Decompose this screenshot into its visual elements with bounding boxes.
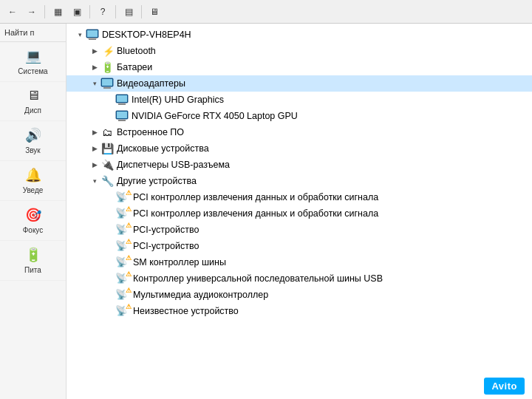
usb-label: Диспетчеры USB-разъема [117,160,230,170]
sidebar-items: 💻 Система 🖥 Дисп 🔊 Звук 🔔 Уведе 🎯 Фокус … [0,42,66,399]
firmware-label: Встроенное ПО [117,127,184,137]
pci1-label: PCI контроллер извлечения данных и обраб… [133,192,378,202]
toolbar-icon-3[interactable]: ▤ [120,4,137,20]
nvidia-gpu-icon [115,109,129,123]
tree-usb-controller[interactable]: 📡⚠ Контроллер универсальной последовател… [66,270,532,287]
bluetooth-icon: ⚡ [100,44,114,58]
expand-usb[interactable]: ▶ [89,159,100,171]
intel-gpu-icon [115,93,129,106]
tree-other-devices[interactable]: ▾ 🔧 Другие устройства [66,173,532,189]
svg-text:⚡: ⚡ [103,45,113,57]
toolbar-monitor-button[interactable]: 🖥 [146,4,163,20]
sidebar-item-label-disp: Дисп [24,106,41,115]
toolbar-sep-2 [89,5,90,18]
toolbar: ← → ▦ ▣ ? ▤ 🖥 [0,0,532,24]
svg-rect-3 [87,30,98,37]
svg-rect-9 [118,103,126,105]
firmware-icon: 🗂 [100,126,114,139]
intel-gpu-label: Intel(R) UHD Graphics [132,95,224,105]
tree-sm-controller[interactable]: 📡⚠ SM контроллер шины [66,254,532,270]
computer-icon [86,28,99,41]
tree-audio[interactable]: 📡⚠ Мультимедиа аудиоконтроллер [66,287,532,303]
pita-icon: 🔋 [25,247,41,263]
disp-icon: 🖥 [27,88,40,103]
toolbar-icon-2[interactable]: ▣ [69,4,85,20]
warn-icon-sm: 📡⚠ [115,256,130,269]
bluetooth-label: Bluetooth [117,46,156,56]
toolbar-sep-1 [44,5,45,18]
expand-root[interactable]: ▾ [74,29,86,41]
sidebar-item-label-fokus: Фокус [23,226,44,234]
tree-pci-dev2[interactable]: 📡⚠ PCI-устройство [66,238,532,254]
sidebar: Найти п 💻 Система 🖥 Дисп 🔊 Звук 🔔 Уведе … [0,24,66,399]
tree-pci-2[interactable]: 📡⚠ PCI контроллер извлечения данных и об… [66,205,532,222]
device-tree-content[interactable]: ▾ DESKTOP-VH8EP4H ▶ ⚡ Bluetooth [66,24,532,399]
warn-icon-pci1: 📡⚠ [115,191,130,204]
svg-rect-6 [103,87,111,89]
other-devices-icon: 🔧 [100,174,114,188]
nvidia-gpu-label: NVIDIA GeForce RTX 4050 Laptop GPU [132,111,298,121]
other-devices-label: Другие устройства [117,176,197,186]
expand-firmware[interactable]: ▶ [89,126,100,138]
tree-disks[interactable]: ▶ 💾 Дисковые устройства [66,140,532,157]
tree-intel-gpu[interactable]: Intel(R) UHD Graphics [66,92,532,108]
sidebar-item-zvuk[interactable]: 🔊 Звук [0,121,66,161]
root-label: DESKTOP-VH8EP4H [102,30,191,40]
tree-pci-1[interactable]: 📡⚠ PCI контроллер извлечения данных и об… [66,189,532,205]
tree-pci-dev1[interactable]: 📡⚠ PCI-устройство [66,222,532,238]
expand-batteries[interactable]: ▶ [89,61,100,73]
sidebar-item-label-sistema: Система [18,67,47,75]
tree-usb[interactable]: ▶ 🔌 Диспетчеры USB-разъема [66,157,532,173]
pci-dev1-label: PCI-устройство [133,225,199,235]
expand-bluetooth[interactable]: ▶ [89,45,100,57]
toolbar-sep-3 [115,5,116,18]
forward-button[interactable]: → [24,4,40,20]
unknown-label: Неизвестное устройство [133,306,239,316]
sidebar-item-sistema[interactable]: 💻 Система [0,42,66,82]
tree-videoadapters[interactable]: ▾ Видеоадаптеры [66,75,532,92]
sidebar-item-uved[interactable]: 🔔 Уведе [0,161,66,201]
toolbar-sep-4 [141,5,142,18]
back-button[interactable]: ← [4,4,21,20]
sm-label: SM контроллер шины [133,257,226,267]
sidebar-item-disp[interactable]: 🖥 Дисп [0,82,66,121]
sidebar-item-pita[interactable]: 🔋 Пита [0,241,66,281]
expand-videoadapters[interactable]: ▾ [89,78,100,89]
svg-rect-13 [117,112,127,118]
zvuk-icon: 🔊 [25,127,41,143]
sidebar-item-label-pita: Пита [24,266,41,274]
toolbar-icon-1[interactable]: ▦ [50,4,66,20]
svg-rect-7 [102,79,112,86]
toolbar-help-button[interactable]: ? [95,4,111,20]
warn-icon-pcidev2: 📡⚠ [115,239,130,253]
tree-root[interactable]: ▾ DESKTOP-VH8EP4H [66,27,532,43]
expand-disks[interactable]: ▶ [89,143,100,154]
usb-controller-label: Контроллер универсальной последовательно… [133,273,383,284]
sidebar-item-fokus[interactable]: 🎯 Фокус [0,201,66,241]
tree-bluetooth[interactable]: ▶ ⚡ Bluetooth [66,43,532,59]
tree-batteries[interactable]: ▶ 🔋 Батареи [66,59,532,75]
sidebar-search-label: Найти п [0,24,66,42]
pci-dev2-label: PCI-устройство [133,241,199,251]
audio-label: Мультимедиа аудиоконтроллер [133,290,268,300]
disk-icon: 💾 [100,142,114,155]
tree-nvidia-gpu[interactable]: NVIDIA GeForce RTX 4050 Laptop GPU [66,108,532,124]
tree-firmware[interactable]: ▶ 🗂 Встроенное ПО [66,124,532,140]
warn-icon-unknown: 📡⚠ [115,304,130,318]
svg-rect-12 [118,120,126,121]
warn-icon-pcidev1: 📡⚠ [115,223,130,236]
usb-icon: 🔌 [100,158,114,171]
warn-icon-pci2: 📡⚠ [115,207,130,220]
sidebar-item-label-zvuk: Звук [25,146,41,154]
uved-icon: 🔔 [25,167,41,183]
disks-label: Дисковые устройства [117,143,209,154]
battery-icon: 🔋 [100,61,114,74]
sistema-icon: 💻 [25,48,41,64]
fokus-icon: 🎯 [25,207,41,223]
tree-unknown[interactable]: 📡⚠ Неизвестное устройство [66,303,532,319]
warn-icon-audio: 📡⚠ [115,288,130,301]
display-adapter-icon [100,77,114,90]
videoadapters-label: Видеоадаптеры [117,78,185,89]
expand-other[interactable]: ▾ [89,175,100,187]
pci2-label: PCI контроллер извлечения данных и обраб… [133,208,378,219]
